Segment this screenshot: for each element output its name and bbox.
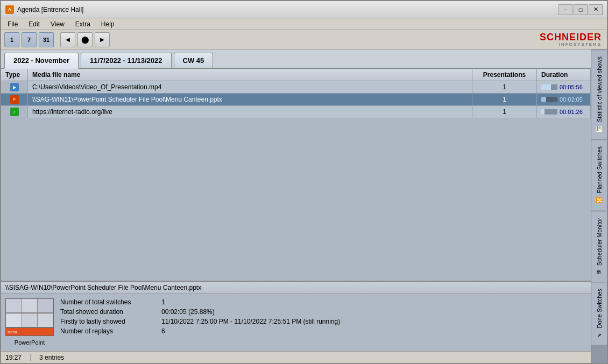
sidebar-tab-planned[interactable]: 🔀 Planned Switches [591, 139, 607, 210]
nav-today-button[interactable]: ⬤ [77, 32, 93, 47]
thumb-row2 [6, 313, 53, 328]
sidebar-tab-statistics[interactable]: 📊 Statistic of viewed shows [591, 49, 607, 139]
row3-progress-bar [541, 109, 557, 115]
row1-progress-fill [541, 84, 551, 90]
thumbnail-content: Menu [6, 299, 53, 336]
detail-thumbnail: Menu [5, 298, 54, 336]
row2-presentations: 1 [472, 94, 537, 105]
menu-item-file[interactable]: File [3, 19, 22, 29]
col-duration: Duration [537, 69, 591, 81]
menu-item-extra[interactable]: Extra [71, 19, 95, 29]
row2-type: P [1, 94, 28, 105]
app-icon: A [5, 5, 14, 14]
table-row[interactable]: ▶ C:\Users\Videos\Video_Of_Presentation.… [1, 81, 591, 94]
row1-duration: 00:05:56 [537, 81, 591, 93]
planned-tab-icon: 🔀 [596, 198, 602, 204]
close-button[interactable]: ✕ [589, 4, 603, 15]
thumb-row1 [6, 299, 53, 313]
nav-forward-button[interactable]: ► [95, 32, 110, 47]
menu-bar: FileEditViewExtraHelp [1, 18, 607, 30]
ppt-icon: P [10, 95, 19, 104]
nav-back-button[interactable]: ◄ [60, 32, 75, 47]
sidebar-tab-scheduler[interactable]: 🖥 Scheduler Monitor [591, 211, 607, 282]
view-day-button[interactable]: 1 [4, 32, 19, 47]
row3-presentations: 1 [472, 106, 537, 118]
detail-body: Menu PowerPoint Number of total switches… [1, 294, 591, 351]
detail-label-4: Number of replays [60, 327, 157, 335]
today-icon: ⬤ [81, 35, 89, 44]
row3-progress-fill [541, 109, 545, 115]
detail-value-2: 00:02:05 (25.88%) [161, 308, 215, 316]
row1-duration-time: 00:05:56 [560, 84, 583, 90]
sidebar-tab-done[interactable]: ✔ Done Switches [591, 282, 607, 345]
detail-type-label: PowerPoint [13, 338, 46, 347]
menu-item-edit[interactable]: Edit [24, 19, 44, 29]
maximize-button[interactable]: □ [574, 4, 588, 15]
toolbar: 1 7 31 ◄ ⬤ ► SCHNEIDER INFOSYSTEMS [1, 30, 607, 49]
table-area: Type Media file name Presentations Durat… [1, 69, 591, 281]
logo-text: SCHNEIDER [540, 32, 602, 42]
tab-week[interactable]: 11/7/2022 - 11/13/2022 [81, 53, 171, 68]
status-entries: 3 entries [39, 354, 64, 361]
row3-duration-time: 00:01:26 [560, 109, 583, 115]
thumb-cell [6, 299, 22, 313]
detail-value-4: 6 [161, 327, 165, 335]
logo-sub: INFOSYSTEMS [559, 42, 602, 47]
table-row[interactable]: ♪ https://internet-radio.org/live 1 00:0… [1, 106, 591, 118]
main-content: 2022 - November 11/7/2022 - 11/13/2022 C… [1, 49, 591, 363]
window-title: Agenda [Entrence Hall] [17, 6, 83, 13]
day-icon: 1 [10, 37, 13, 43]
col-type: Type [1, 69, 28, 81]
title-bar: A Agenda [Entrence Hall] − □ ✕ [1, 1, 607, 18]
row2-filename: \\SAG-WIN11\PowerPoint Scheduler File Po… [28, 94, 472, 105]
row1-filename: C:\Users\Videos\Video_Of_Presentation.mp… [28, 81, 472, 93]
scheduler-tab-icon: 🖥 [596, 270, 603, 275]
detail-row-1: Number of total switches 1 [60, 298, 586, 306]
view-week-button[interactable]: 7 [22, 32, 37, 47]
video-icon: ▶ [10, 83, 19, 91]
detail-info: Number of total switches 1 Total showed … [60, 298, 586, 347]
forward-icon: ► [99, 35, 106, 44]
audio-icon: ♪ [10, 108, 19, 116]
detail-thumbnail-area: Menu PowerPoint [5, 298, 54, 347]
table-body: ▶ C:\Users\Videos\Video_Of_Presentation.… [1, 81, 591, 118]
row2-progress-bar [541, 97, 557, 102]
row3-filename: https://internet-radio.org/live [28, 106, 472, 118]
thumb-footer-text: Menu [8, 330, 17, 334]
detail-row-2: Total showed duration 00:02:05 (25.88%) [60, 308, 586, 316]
minimize-button[interactable]: − [558, 4, 572, 15]
thumb-cell [22, 313, 38, 327]
thumb-cell [38, 313, 53, 327]
row3-type: ♪ [1, 106, 28, 118]
detail-label-3: Firstly to lastly showed [60, 318, 157, 325]
title-bar-left: A Agenda [Entrence Hall] [5, 5, 83, 14]
row1-type: ▶ [1, 81, 28, 93]
thumb-cell [6, 313, 22, 327]
table-row[interactable]: P \\SAG-WIN11\PowerPoint Scheduler File … [1, 94, 591, 106]
month-icon: 31 [43, 37, 50, 43]
status-divider [30, 354, 31, 361]
menu-item-view[interactable]: View [46, 19, 69, 29]
detail-label-2: Total showed duration [60, 308, 157, 316]
menu-item-help[interactable]: Help [97, 19, 119, 29]
detail-panel: \\SISAG-WIN10\PowerPoint Scheduler File … [1, 281, 591, 351]
row1-progress-bar [541, 84, 557, 90]
window-controls: − □ ✕ [558, 4, 603, 15]
tab-bar: 2022 - November 11/7/2022 - 11/13/2022 C… [1, 49, 591, 69]
table-header: Type Media file name Presentations Durat… [1, 69, 591, 81]
detail-row-3: Firstly to lastly showed 11/10/2022 7:25… [60, 318, 586, 325]
thumb-footer: Menu [6, 328, 53, 336]
row2-progress-fill [541, 97, 546, 102]
detail-value-3: 11/10/2022 7:25:00 PM - 11/10/2022 7:25:… [161, 318, 340, 325]
row3-duration: 00:01:26 [537, 106, 591, 118]
done-tab-icon: ✔ [596, 332, 602, 338]
statistics-tab-icon: 📊 [596, 126, 602, 133]
tab-cw[interactable]: CW 45 [174, 53, 214, 68]
col-filename: Media file name [28, 69, 472, 81]
week-icon: 7 [27, 37, 31, 43]
detail-value-1: 1 [161, 298, 165, 306]
toolbar-left: 1 7 31 ◄ ⬤ ► [4, 32, 110, 47]
body-area: 2022 - November 11/7/2022 - 11/13/2022 C… [1, 49, 607, 363]
tab-month[interactable]: 2022 - November [4, 53, 79, 69]
view-month-button[interactable]: 31 [39, 32, 54, 47]
